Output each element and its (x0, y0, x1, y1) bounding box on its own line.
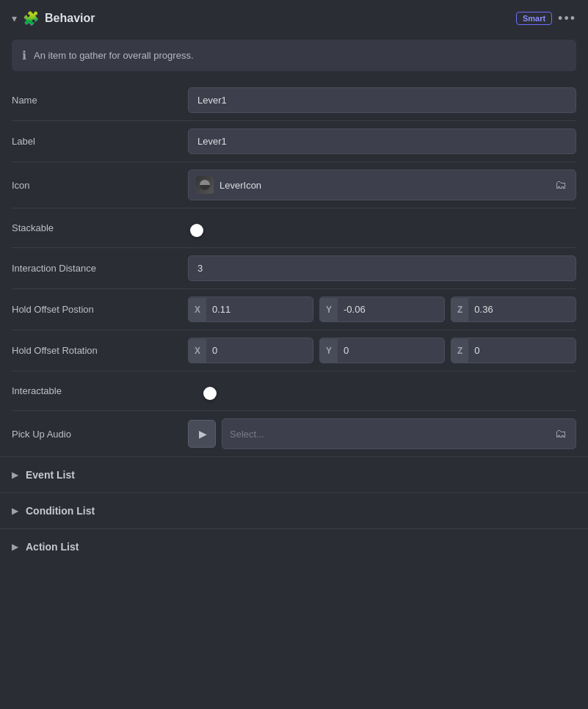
hold-rot-z-axis-label: Z (451, 339, 468, 363)
hold-rot-y-axis-label: Y (320, 339, 338, 363)
condition-list-title: Condition List (26, 505, 95, 517)
smart-badge: Smart (516, 12, 552, 25)
play-audio-button[interactable]: ▶ (188, 420, 216, 448)
hold-pos-z-wrap: Z (451, 297, 576, 322)
interaction-distance-control (188, 255, 576, 281)
event-list-arrow-icon: ▶ (12, 470, 18, 480)
interaction-distance-row: Interaction Distance (12, 248, 576, 289)
hold-offset-rotation-xyz: X Y Z (188, 338, 576, 363)
stackable-label: Stackable (12, 222, 188, 233)
icon-name-text: LeverIcon (219, 180, 548, 191)
collapse-arrow-icon[interactable]: ▾ (12, 12, 17, 24)
behavior-panel: ▾ 🧩 Behavior Smart ••• ℹ An item to gath… (0, 0, 588, 709)
panel-header: ▾ 🧩 Behavior Smart ••• (0, 0, 588, 37)
action-list-section: ▶ Action List (0, 528, 588, 564)
action-list-arrow-icon: ▶ (12, 542, 18, 552)
stackable-knob (190, 224, 203, 237)
icon-folder-button[interactable]: 🗂 (553, 177, 568, 193)
action-list-title: Action List (26, 541, 79, 553)
event-list-section: ▶ Event List (0, 457, 588, 492)
info-bar: ℹ An item to gather for overall progress… (12, 40, 576, 71)
label-row: Label (12, 121, 576, 162)
pick-up-audio-row: Pick Up Audio ▶ Select... 🗂 (12, 411, 576, 457)
hold-rot-y-input[interactable] (338, 338, 444, 363)
event-list-header[interactable]: ▶ Event List (0, 457, 588, 492)
interactable-label: Interactable (12, 385, 188, 396)
hold-rot-x-input[interactable] (206, 338, 313, 363)
hold-offset-rotation-row: Hold Offset Rotation X Y Z (12, 330, 576, 371)
audio-select[interactable]: Select... 🗂 (222, 418, 576, 449)
audio-folder-button[interactable]: 🗂 (553, 426, 568, 442)
header-left: ▾ 🧩 Behavior (12, 10, 510, 26)
pick-up-audio-label: Pick Up Audio (12, 429, 188, 440)
hold-pos-y-wrap: Y (319, 297, 445, 322)
condition-list-arrow-icon: ▶ (12, 506, 18, 516)
stackable-row: Stackable (12, 208, 576, 248)
hold-offset-rotation-label: Hold Offset Rotation (12, 345, 188, 356)
pick-up-audio-control: ▶ Select... 🗂 (188, 418, 576, 449)
condition-list-section: ▶ Condition List (0, 492, 588, 528)
hold-rot-y-wrap: Y (319, 338, 445, 363)
interaction-distance-input[interactable] (188, 255, 576, 281)
interaction-distance-label: Interaction Distance (12, 263, 188, 274)
hold-pos-z-input[interactable] (468, 297, 576, 321)
more-options-button[interactable]: ••• (558, 11, 576, 26)
icon-field[interactable]: LeverIcon 🗂 (188, 170, 576, 200)
hold-offset-position-label: Hold Offset Postion (12, 304, 188, 315)
hold-rot-x-wrap: X (188, 338, 313, 363)
icon-label: Icon (12, 180, 188, 191)
hold-pos-y-input[interactable] (338, 297, 444, 321)
name-input[interactable] (188, 87, 576, 113)
play-icon: ▶ (199, 428, 207, 440)
hold-offset-rotation-control: X Y Z (188, 338, 576, 363)
icon-preview (196, 176, 214, 194)
hold-offset-position-xyz: X Y Z (188, 297, 576, 322)
puzzle-icon: 🧩 (23, 10, 39, 26)
hold-pos-x-axis-label: X (189, 298, 206, 321)
label-label: Label (12, 136, 188, 147)
info-icon: ℹ (22, 48, 26, 62)
hold-pos-z-axis-label: Z (451, 298, 468, 321)
hold-pos-y-axis-label: Y (320, 298, 338, 321)
interactable-control (188, 385, 576, 398)
condition-list-header[interactable]: ▶ Condition List (0, 493, 588, 528)
hold-rot-z-input[interactable] (468, 338, 576, 363)
info-text: An item to gather for overall progress. (34, 50, 194, 61)
panel-title: Behavior (45, 12, 95, 25)
form-section: Name Label Icon LeverIcon 🗂 (0, 80, 588, 457)
label-control (188, 128, 576, 154)
event-list-title: Event List (26, 469, 75, 481)
interactable-knob (203, 387, 217, 400)
interactable-row: Interactable (12, 371, 576, 411)
icon-control: LeverIcon 🗂 (188, 170, 576, 200)
name-row: Name (12, 80, 576, 121)
hold-pos-x-input[interactable] (206, 297, 313, 321)
audio-placeholder-text: Select... (230, 429, 553, 440)
hold-rot-z-wrap: Z (451, 338, 576, 363)
icon-row: Icon LeverIcon 🗂 (12, 162, 576, 208)
hold-rot-x-axis-label: X (189, 339, 206, 363)
hold-offset-position-control: X Y Z (188, 297, 576, 322)
audio-field: ▶ Select... 🗂 (188, 418, 576, 449)
name-control (188, 87, 576, 113)
icon-preview-inner (200, 180, 210, 190)
action-list-header[interactable]: ▶ Action List (0, 529, 588, 564)
name-label: Name (12, 95, 188, 106)
hold-pos-x-wrap: X (188, 297, 313, 322)
hold-offset-position-row: Hold Offset Postion X Y Z (12, 289, 576, 330)
stackable-control (188, 222, 576, 235)
label-input[interactable] (188, 128, 576, 154)
